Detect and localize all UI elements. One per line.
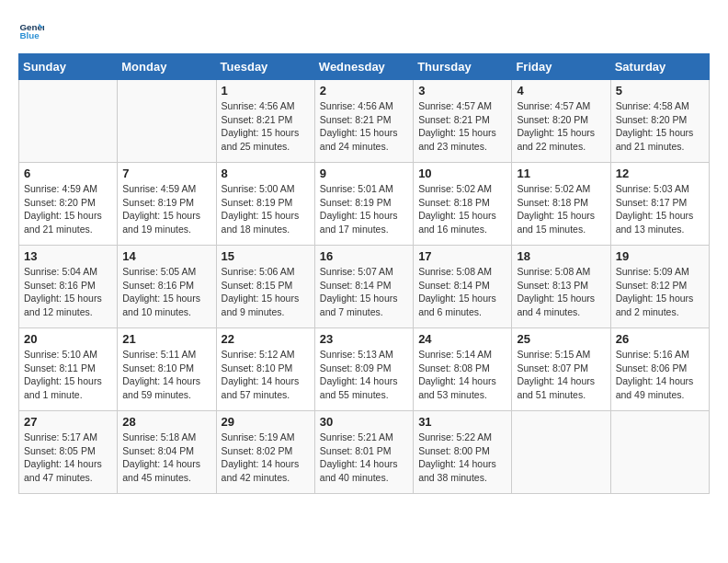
day-info: Sunrise: 5:08 AM Sunset: 8:13 PM Dayligh… [517,265,605,319]
calendar-cell: 19Sunrise: 5:09 AM Sunset: 8:12 PM Dayli… [610,246,709,328]
calendar-cell: 17Sunrise: 5:08 AM Sunset: 8:14 PM Dayli… [414,246,512,328]
calendar-cell [610,411,709,494]
day-number: 21 [122,332,210,346]
calendar-cell: 27Sunrise: 5:17 AM Sunset: 8:05 PM Dayli… [19,411,118,494]
column-header-friday: Friday [512,54,610,80]
day-number: 5 [616,84,704,98]
day-number: 19 [616,249,704,263]
day-info: Sunrise: 5:21 AM Sunset: 8:01 PM Dayligh… [320,431,408,485]
day-info: Sunrise: 4:57 AM Sunset: 8:20 PM Dayligh… [517,99,605,154]
calendar-cell: 1Sunrise: 4:56 AM Sunset: 8:21 PM Daylig… [216,80,314,163]
day-number: 3 [418,84,506,98]
day-info: Sunrise: 5:10 AM Sunset: 8:11 PM Dayligh… [24,348,112,402]
day-info: Sunrise: 4:56 AM Sunset: 8:21 PM Dayligh… [320,99,408,154]
calendar-cell: 7Sunrise: 4:59 AM Sunset: 8:19 PM Daylig… [118,163,216,246]
day-info: Sunrise: 5:02 AM Sunset: 8:18 PM Dayligh… [517,182,605,236]
calendar-cell: 23Sunrise: 5:13 AM Sunset: 8:09 PM Dayli… [314,328,413,411]
day-info: Sunrise: 5:18 AM Sunset: 8:04 PM Dayligh… [122,431,210,485]
calendar-cell [118,80,216,163]
day-info: Sunrise: 5:02 AM Sunset: 8:18 PM Dayligh… [418,182,506,236]
day-info: Sunrise: 5:19 AM Sunset: 8:02 PM Dayligh… [222,431,310,485]
day-info: Sunrise: 5:04 AM Sunset: 8:16 PM Dayligh… [24,265,112,319]
calendar-cell: 11Sunrise: 5:02 AM Sunset: 8:18 PM Dayli… [512,163,610,246]
day-number: 9 [320,167,408,180]
day-info: Sunrise: 5:09 AM Sunset: 8:12 PM Dayligh… [616,265,704,319]
day-info: Sunrise: 5:00 AM Sunset: 8:19 PM Dayligh… [222,182,310,236]
day-info: Sunrise: 4:59 AM Sunset: 8:20 PM Dayligh… [24,182,112,236]
day-number: 7 [122,167,210,180]
day-number: 24 [418,332,506,346]
column-header-tuesday: Tuesday [216,54,314,80]
day-number: 18 [517,249,605,263]
day-number: 27 [24,415,112,429]
day-number: 22 [222,332,310,346]
day-number: 17 [418,249,506,263]
day-number: 14 [122,249,210,263]
column-header-wednesday: Wednesday [314,54,413,80]
day-info: Sunrise: 5:12 AM Sunset: 8:10 PM Dayligh… [222,348,310,402]
day-info: Sunrise: 4:58 AM Sunset: 8:20 PM Dayligh… [616,99,704,154]
day-info: Sunrise: 5:05 AM Sunset: 8:16 PM Dayligh… [122,265,210,319]
calendar-cell: 21Sunrise: 5:11 AM Sunset: 8:10 PM Dayli… [118,328,216,411]
calendar-cell: 25Sunrise: 5:15 AM Sunset: 8:07 PM Dayli… [512,328,610,411]
calendar-cell: 26Sunrise: 5:16 AM Sunset: 8:06 PM Dayli… [610,328,709,411]
day-info: Sunrise: 5:01 AM Sunset: 8:19 PM Dayligh… [320,182,408,236]
calendar-cell: 3Sunrise: 4:57 AM Sunset: 8:21 PM Daylig… [414,80,512,163]
calendar-cell: 18Sunrise: 5:08 AM Sunset: 8:13 PM Dayli… [512,246,610,328]
calendar-cell: 4Sunrise: 4:57 AM Sunset: 8:20 PM Daylig… [512,80,610,163]
calendar-cell: 30Sunrise: 5:21 AM Sunset: 8:01 PM Dayli… [314,411,413,494]
day-info: Sunrise: 5:03 AM Sunset: 8:17 PM Dayligh… [616,182,704,236]
day-number: 28 [122,415,210,429]
calendar-cell [512,411,610,494]
calendar-cell: 16Sunrise: 5:07 AM Sunset: 8:14 PM Dayli… [314,246,413,328]
day-number: 15 [222,249,310,263]
calendar-cell: 13Sunrise: 5:04 AM Sunset: 8:16 PM Dayli… [19,246,118,328]
calendar-cell: 9Sunrise: 5:01 AM Sunset: 8:19 PM Daylig… [314,163,413,246]
calendar-cell: 8Sunrise: 5:00 AM Sunset: 8:19 PM Daylig… [216,163,314,246]
column-header-thursday: Thursday [414,54,512,80]
day-number: 8 [222,167,310,180]
column-header-sunday: Sunday [19,54,118,80]
day-info: Sunrise: 5:11 AM Sunset: 8:10 PM Dayligh… [122,348,210,402]
day-info: Sunrise: 5:14 AM Sunset: 8:08 PM Dayligh… [418,348,506,402]
calendar-cell: 31Sunrise: 5:22 AM Sunset: 8:00 PM Dayli… [414,411,512,494]
calendar-table: SundayMondayTuesdayWednesdayThursdayFrid… [18,53,710,494]
day-number: 31 [418,415,506,429]
calendar-cell: 29Sunrise: 5:19 AM Sunset: 8:02 PM Dayli… [216,411,314,494]
calendar-cell: 20Sunrise: 5:10 AM Sunset: 8:11 PM Dayli… [19,328,118,411]
calendar-cell: 24Sunrise: 5:14 AM Sunset: 8:08 PM Dayli… [414,328,512,411]
day-info: Sunrise: 5:07 AM Sunset: 8:14 PM Dayligh… [320,265,408,319]
calendar-cell: 2Sunrise: 4:56 AM Sunset: 8:21 PM Daylig… [314,80,413,163]
day-number: 4 [517,84,605,98]
day-number: 29 [222,415,310,429]
calendar-cell: 22Sunrise: 5:12 AM Sunset: 8:10 PM Dayli… [216,328,314,411]
column-header-monday: Monday [118,54,216,80]
day-number: 1 [222,84,310,98]
day-number: 23 [320,332,408,346]
day-number: 13 [24,249,112,263]
column-header-saturday: Saturday [610,54,709,80]
day-number: 10 [418,167,506,180]
day-number: 26 [616,332,704,346]
day-number: 16 [320,249,408,263]
day-number: 11 [517,167,605,180]
day-number: 12 [616,167,704,180]
day-number: 30 [320,415,408,429]
calendar-cell: 6Sunrise: 4:59 AM Sunset: 8:20 PM Daylig… [19,163,118,246]
day-info: Sunrise: 5:22 AM Sunset: 8:00 PM Dayligh… [418,431,506,485]
calendar-cell: 15Sunrise: 5:06 AM Sunset: 8:15 PM Dayli… [216,246,314,328]
calendar-cell: 28Sunrise: 5:18 AM Sunset: 8:04 PM Dayli… [118,411,216,494]
day-number: 25 [517,332,605,346]
day-number: 2 [320,84,408,98]
day-number: 6 [24,167,112,180]
logo: General Blue [18,18,46,44]
day-number: 20 [24,332,112,346]
day-info: Sunrise: 4:59 AM Sunset: 8:19 PM Dayligh… [122,182,210,236]
day-info: Sunrise: 5:15 AM Sunset: 8:07 PM Dayligh… [517,348,605,402]
calendar-cell: 10Sunrise: 5:02 AM Sunset: 8:18 PM Dayli… [414,163,512,246]
svg-text:Blue: Blue [19,30,40,40]
day-info: Sunrise: 5:16 AM Sunset: 8:06 PM Dayligh… [616,348,704,402]
logo-icon: General Blue [18,18,44,44]
day-info: Sunrise: 5:08 AM Sunset: 8:14 PM Dayligh… [418,265,506,319]
day-info: Sunrise: 5:06 AM Sunset: 8:15 PM Dayligh… [222,265,310,319]
